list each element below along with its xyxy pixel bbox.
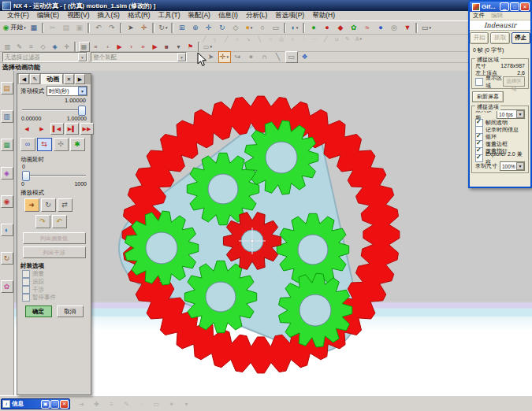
render-style-icon[interactable]: ◐ — [288, 22, 301, 34]
shaded-view-icon[interactable]: ● — [243, 22, 255, 34]
package-option[interactable]: 追踪 — [17, 278, 91, 286]
dialog-back-icon[interactable]: ◀ — [19, 74, 29, 84]
tab-animation[interactable]: 动画 — [41, 74, 63, 84]
goto-first-icon[interactable]: « — [91, 42, 102, 52]
menu-item[interactable]: 装配(A) — [184, 11, 214, 20]
step-back-icon[interactable]: ‹ — [102, 42, 113, 52]
slide-mode-combo[interactable]: 时间(秒) ▼ — [47, 86, 87, 96]
play-to-end-button[interactable]: ▶▌ — [65, 123, 79, 135]
time-slider[interactable] — [22, 105, 86, 115]
arc-select-icon[interactable]: ∩ — [259, 51, 271, 63]
gif-grab-button[interactable]: 抓取 — [490, 32, 509, 44]
flag-icon[interactable]: ⚑ — [185, 42, 196, 52]
menu-item[interactable]: 分析(L) — [242, 11, 271, 20]
checkbox[interactable] — [22, 278, 30, 286]
goto-start-button[interactable]: ▌◀ — [50, 123, 64, 135]
chevron-down-icon[interactable]: ▼ — [516, 162, 524, 170]
package-option[interactable]: 测量 — [17, 270, 91, 278]
maximize-button[interactable]: □ — [50, 400, 59, 409]
dialog-close-icon[interactable]: ✕ — [64, 74, 74, 84]
copy-icon[interactable]: ▤ — [60, 22, 73, 34]
return-pose-button[interactable]: ↶ — [52, 215, 67, 228]
fast-forward-icon[interactable]: » — [138, 42, 149, 52]
cut-icon[interactable]: ✂ — [47, 22, 59, 34]
show-area-checkbox[interactable]: 显示区域 — [475, 78, 503, 85]
fast-forward-button[interactable]: ▶▶ — [80, 123, 94, 135]
motion-body-icon[interactable]: ● — [307, 22, 320, 34]
zoom-icon[interactable]: ⊕ — [189, 22, 202, 34]
gif-stop-button[interactable]: 停止 — [512, 32, 530, 44]
bottom-tool-1-icon[interactable]: ➜ — [76, 398, 87, 410]
fillet-icon[interactable]: ∪ — [332, 35, 342, 43]
delay-slider[interactable] — [22, 170, 86, 180]
chevron-down-icon[interactable]: ▼ — [78, 87, 87, 95]
package-option[interactable]: 暂停事件 — [17, 294, 91, 302]
drag-component-button[interactable]: ✣ — [54, 138, 69, 151]
gif-menu-item[interactable]: 编辑 — [491, 12, 503, 20]
rect-select-icon[interactable]: ▭ — [285, 51, 298, 63]
hinge-pose-button[interactable]: ↷ — [35, 215, 50, 228]
offset-icon[interactable]: ╲ — [255, 35, 265, 43]
web-browser-icon[interactable]: ◐ — [1, 224, 13, 236]
selection-filter-combo[interactable]: 无选择过滤器 ▼ — [2, 52, 87, 62]
trace-icon[interactable]: ✛ — [61, 42, 73, 52]
bottom-tool-4-icon[interactable]: ✎ — [121, 398, 132, 410]
rotate-view-icon[interactable]: ↻ — [216, 22, 229, 34]
play-forward-button[interactable]: ▶ — [35, 123, 49, 135]
save-icon[interactable]: ▦ — [28, 22, 40, 34]
chain-joints-button[interactable]: ∞ — [20, 138, 35, 151]
sphere-select-icon[interactable]: ● — [245, 51, 258, 63]
ok-button[interactable]: 确定 — [25, 305, 52, 317]
refresh-view-icon[interactable]: ↻ — [157, 22, 169, 34]
gif-menu-item[interactable]: 文件 — [473, 12, 485, 20]
menu-item[interactable]: 帮助(H) — [308, 11, 339, 20]
undo-icon[interactable]: ↶ — [92, 22, 105, 34]
menu-item[interactable]: 格式(R) — [124, 11, 154, 20]
menu-item[interactable]: 首选项(P) — [271, 11, 308, 20]
checkbox[interactable] — [22, 294, 30, 302]
restore-button[interactable]: ▣ — [41, 400, 50, 409]
goto-end-icon[interactable]: ▶ — [150, 42, 161, 52]
fit-view-icon[interactable]: ⊞ — [176, 22, 188, 34]
sketch-icon[interactable]: ✎ — [343, 35, 353, 43]
capture-option[interactable]: Explorer 2.0 兼容 — [474, 154, 526, 161]
minimize-button[interactable]: ▁ — [500, 2, 509, 11]
menu-item[interactable]: 工具(T) — [154, 11, 184, 20]
checkbox[interactable] — [22, 286, 30, 294]
joint-icon[interactable]: ● — [321, 22, 333, 34]
constraint-navigator-icon[interactable]: ▥ — [1, 110, 13, 123]
menu-item[interactable]: 信息(I) — [214, 11, 242, 20]
bottom-tool-2-icon[interactable]: ✚ — [91, 398, 102, 410]
step-forward-icon[interactable]: › — [126, 42, 137, 52]
cancel-button[interactable]: 取消 — [57, 305, 84, 317]
concentric-circle-icon[interactable]: ◎ — [277, 35, 287, 43]
circle-icon[interactable]: ○ — [266, 35, 276, 43]
start-button[interactable]: ◉开始 — [2, 22, 27, 34]
menu-item[interactable]: 视图(V) — [63, 11, 93, 20]
play-swing-button[interactable]: ⇄ — [58, 198, 73, 212]
assembly-navigator-icon[interactable]: ▤ — [1, 82, 13, 94]
dialog-pen-icon[interactable]: ✎ — [30, 74, 40, 84]
contact-icon[interactable]: ◎ — [388, 22, 400, 34]
package-option[interactable]: 干涉 — [17, 286, 91, 294]
ellipse-icon[interactable]: ○ — [288, 35, 298, 43]
info-panel-icon[interactable]: ▥ — [2, 42, 13, 52]
connector-icon[interactable]: ✿ — [348, 22, 360, 34]
record-size-combo[interactable]: 100% ▼ — [500, 161, 525, 171]
list-interference-button[interactable]: 列出干涉 — [23, 246, 86, 258]
bottom-tool-6-icon[interactable]: ▭ — [151, 398, 162, 410]
minimized-info-window[interactable]: i 信息 ▣□✕ — [1, 398, 70, 409]
graphics-viewport[interactable]: YX — [14, 71, 532, 396]
menu-item[interactable]: 插入(S) — [94, 11, 124, 20]
palette-icon[interactable]: ✿ — [1, 280, 13, 293]
checkbox[interactable] — [475, 154, 483, 162]
solid-select-icon[interactable]: ❖ — [299, 51, 311, 63]
part-navigator-icon[interactable]: ▦ — [1, 139, 13, 151]
chevron-down-icon[interactable]: ▼ — [516, 110, 524, 118]
spline-icon[interactable]: ↘ — [244, 35, 254, 43]
text-icon[interactable]: A — [354, 35, 364, 43]
pan-icon[interactable]: ✛ — [203, 22, 215, 34]
edit-icon[interactable]: ✎ — [14, 42, 25, 52]
bottom-tool-8-icon[interactable]: ▾ — [181, 398, 192, 410]
chevron-down-icon[interactable]: ▼ — [78, 53, 87, 61]
